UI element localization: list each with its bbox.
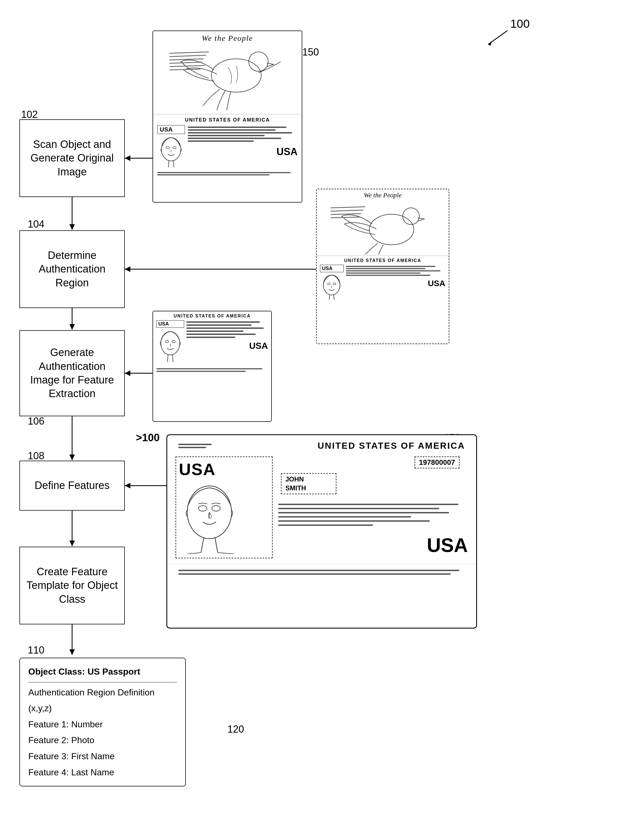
svg-point-51 <box>173 146 176 149</box>
svg-line-66 <box>334 294 334 300</box>
svg-point-63 <box>333 283 336 285</box>
template-line-5: Feature 3: First Name <box>28 748 177 765</box>
step5-box: Create Feature Template for Object Class <box>19 547 125 624</box>
svg-line-58 <box>331 210 363 211</box>
svg-line-54 <box>173 161 174 167</box>
svg-marker-25 <box>125 370 130 376</box>
svg-point-50 <box>166 146 169 149</box>
svg-marker-2 <box>488 41 492 46</box>
template-box: Object Class: US Passport Authentication… <box>19 658 186 786</box>
svg-line-44 <box>170 55 206 57</box>
svg-line-1 <box>488 31 507 44</box>
svg-point-74 <box>199 505 207 511</box>
svg-marker-13 <box>69 541 75 546</box>
diagram-container: 100 104 106 108 110 <box>0 0 642 840</box>
svg-point-62 <box>327 283 330 285</box>
svg-text:110: 110 <box>28 644 44 656</box>
passport-156: UNITED STATES OF AMERICA USA <box>152 311 272 422</box>
template-line-6: Feature 4: Last Name <box>28 765 177 781</box>
svg-point-49 <box>161 138 181 161</box>
svg-point-55 <box>370 214 414 245</box>
passport-154: We the People UNITED STATES OF AMERICA U <box>316 189 449 344</box>
svg-marker-15 <box>69 649 75 655</box>
passport-name2: SMITH <box>285 484 332 492</box>
svg-marker-28 <box>125 483 130 488</box>
svg-text:>100: >100 <box>136 432 160 444</box>
svg-point-68 <box>165 341 169 343</box>
step3-box: Generate Authentication Image for Featur… <box>19 330 125 416</box>
passport-150: We the People <box>152 31 302 203</box>
svg-line-71 <box>167 354 168 362</box>
lp-usa: USA <box>179 460 269 479</box>
svg-line-78 <box>215 537 218 552</box>
passport-number: 197800007 <box>415 457 459 468</box>
template-line-1: Authentication Region Definition <box>28 685 177 701</box>
svg-marker-7 <box>69 324 75 330</box>
svg-point-75 <box>212 505 220 511</box>
lp-usa-bottom: USA <box>427 534 468 556</box>
svg-marker-9 <box>69 455 75 460</box>
svg-marker-22 <box>125 266 130 272</box>
svg-line-43 <box>170 52 209 53</box>
passport-158: UNITED STATES OF AMERICA USA <box>166 434 477 629</box>
svg-line-59 <box>331 214 361 214</box>
svg-point-41 <box>211 59 261 92</box>
svg-point-61 <box>323 275 340 295</box>
svg-text:106: 106 <box>28 416 44 427</box>
svg-text:120: 120 <box>227 723 244 735</box>
passport-name1: JOHN <box>285 475 332 483</box>
svg-point-42 <box>249 52 268 71</box>
svg-line-46 <box>170 62 202 63</box>
svg-line-57 <box>331 207 365 208</box>
svg-text:108: 108 <box>28 450 44 461</box>
svg-line-60 <box>331 217 360 218</box>
svg-line-72 <box>172 354 173 362</box>
template-title: Object Class: US Passport <box>28 664 177 682</box>
lp-header: UNITED STATES OF AMERICA <box>318 441 465 451</box>
template-line-2: (x,y,z) <box>28 700 177 717</box>
template-line-4: Feature 2: Photo <box>28 732 177 748</box>
svg-text:104: 104 <box>28 218 44 230</box>
svg-text:100: 100 <box>510 17 530 30</box>
svg-line-65 <box>329 294 330 300</box>
svg-line-45 <box>170 59 203 60</box>
svg-line-53 <box>169 161 169 167</box>
svg-text:102: 102 <box>21 109 38 120</box>
svg-text:150: 150 <box>302 46 319 58</box>
step1-box: Scan Object and Generate Original Image <box>19 119 125 197</box>
svg-line-47 <box>170 65 204 67</box>
svg-line-77 <box>201 537 204 552</box>
step2-box: Determine Authentication Region <box>19 230 125 308</box>
svg-marker-4 <box>69 224 75 230</box>
step4-box: Define Features <box>19 461 125 510</box>
svg-point-69 <box>172 341 175 343</box>
svg-marker-19 <box>125 155 130 161</box>
svg-line-48 <box>170 69 200 70</box>
template-line-3: Feature 1: Number <box>28 717 177 733</box>
